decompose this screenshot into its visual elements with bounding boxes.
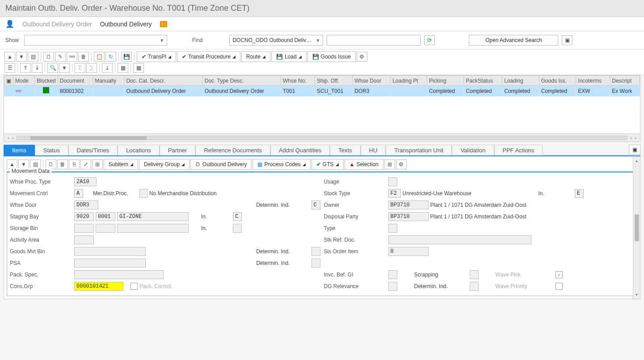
open-advanced-search-button[interactable]: Open Advanced Search [469,35,558,46]
mer-distr-proc-field[interactable] [139,189,147,198]
expand-icon[interactable]: ⤢ [80,159,91,169]
copy-icon[interactable]: 📋 [94,52,105,62]
col-blocked[interactable]: Blocked [35,76,58,86]
grid-hscroll[interactable]: ‹ › ‹ › [4,134,640,142]
filter-icon[interactable]: ▼ [59,63,70,73]
process-codes-button[interactable]: ▦Process Codes◢ [253,159,310,170]
link-outbound-delivery-order[interactable]: Outbound Delivery Order [22,21,92,28]
pack-spec-field[interactable] [74,270,164,279]
col-loading[interactable]: Loading [502,76,539,86]
scroll-down-icon[interactable]: ▾ [636,292,638,297]
storage-bin-2-field[interactable] [96,224,115,233]
storage-bin-1-field[interactable] [74,224,94,233]
tab-transportation-unit[interactable]: Transportation Unit [386,145,452,155]
hierarchy-icon[interactable]: ⊞ [92,159,103,169]
scrapping-field[interactable] [470,270,479,279]
link-outbound-delivery[interactable]: Outbound Delivery [100,21,152,28]
tab-locations[interactable]: Locations [118,145,160,155]
extra2-icon[interactable]: ⚙ [396,159,407,169]
stk-ref-doc-field[interactable] [388,235,531,244]
col-ship-off[interactable]: Ship. Off. [315,76,353,86]
determin-ind-field[interactable]: C [311,201,320,209]
stock-type-in-field[interactable]: E [575,189,584,198]
col-manually[interactable]: Manually [93,76,124,86]
tab-hu[interactable]: HU [361,145,386,155]
find-select[interactable]: DOCNO_ODO Outbound Deliv… ▼ [229,35,323,46]
tab-validation[interactable]: Validation [452,145,494,155]
tab-partner[interactable]: Partner [160,145,196,155]
new-icon[interactable]: 🗋 [43,52,54,62]
folder-icon[interactable] [160,21,167,27]
layout-icon[interactable]: ▦ [118,63,128,73]
movement-cntrl-field[interactable]: A [74,189,83,198]
goods-mvt-bin-field[interactable] [74,247,146,256]
staging-bay-2-field[interactable]: 0001 [96,212,115,221]
scroll-track[interactable] [17,136,627,140]
col-doc-cat[interactable]: Doc. Cat. Descr. [124,76,202,86]
col-doc-type[interactable]: Doc. Type Desc. [202,76,281,86]
sort-desc-icon[interactable]: ⇓ [32,63,42,73]
activity-area-field[interactable] [74,235,94,244]
col-whse-no[interactable]: Whse No. [281,76,315,86]
col-incoterms[interactable]: Incoterms [576,76,610,86]
up-icon[interactable]: ▲ [4,52,15,62]
col-mode[interactable]: Mode [13,76,35,86]
invc-bef-gi-field[interactable] [388,270,397,279]
tab-reference-documents[interactable]: Reference Documents [195,145,270,155]
psa-field[interactable] [74,259,146,268]
find-icon[interactable]: 🔍 [47,63,58,73]
scroll-left-icon[interactable]: ‹ [8,135,9,141]
display-icon[interactable]: 👓 [67,52,77,62]
tabs-overflow-icon[interactable]: ▣ [629,145,640,155]
detail-vscroll[interactable]: ▴ ▾ [633,156,640,299]
stock-type-field[interactable]: F2 [388,189,401,198]
grid-row[interactable]: 👓 80001302 Outbound Delivery Order Outbo… [4,86,640,96]
determin-ind-field-r[interactable] [470,282,479,291]
refresh-icon[interactable]: ↻ [105,52,116,62]
selection-button[interactable]: ▲Selection [345,159,383,170]
whse-door-field[interactable]: DOR3 [74,201,98,209]
storage-bin-in-field[interactable] [233,224,242,233]
psa-det-field[interactable] [311,259,320,268]
edit-icon[interactable]: ✎ [55,52,66,62]
copy-icon[interactable]: ⎘ [69,159,80,169]
subitem-button[interactable]: Subitem◢ [104,159,138,170]
scroll-right-icon[interactable]: › [12,135,14,141]
col-whse-door[interactable]: Whse Door [353,76,391,86]
delivery-group-button[interactable]: Delivery Group◢ [139,159,189,170]
route-button[interactable]: Route◢ [241,51,270,62]
storage-bin-3-field[interactable] [117,224,189,233]
col-descript[interactable]: Descript [610,76,640,86]
col-loading-pt[interactable]: Loading Pt [391,76,427,86]
tab-items[interactable]: Items [4,145,35,155]
down-icon[interactable]: ▼ [16,52,27,62]
usage-field[interactable] [388,177,397,186]
show-select[interactable]: ▼ [24,35,167,46]
scroll-thumb[interactable] [30,136,147,140]
owner-field[interactable]: BP3710 [388,201,429,209]
tab-dates-times[interactable]: Dates/Times [68,145,118,155]
delete-icon[interactable]: 🗑 [57,159,68,169]
tab-texts[interactable]: Texts [330,145,360,155]
save-icon[interactable]: 💾 [121,52,132,62]
col-goods-iss[interactable]: Goods Iss. [539,76,576,86]
sel-all-icon[interactable]: ☰ [4,63,15,73]
load-button[interactable]: 💾Load◢ [271,51,307,62]
details-icon[interactable]: ▤ [28,52,38,62]
more-icon[interactable]: ▦ [133,63,144,73]
tab-addnl-quantities[interactable]: Addnl Quantities [270,145,330,155]
row-selector[interactable] [4,86,13,96]
variant-icon[interactable]: ▣ [562,35,572,45]
export-icon[interactable]: ⤓ [102,63,113,73]
staging-bay-1-field[interactable]: 9020 [74,212,94,221]
delete-icon[interactable]: 🗑 [78,52,89,62]
col-document[interactable]: Document [58,76,93,86]
disposal-party-field[interactable]: BP3710 [388,212,429,221]
transpl-button[interactable]: ✔TransPl◢ [137,51,176,62]
type-field[interactable] [388,224,397,233]
tab-ppf-actions[interactable]: PPF Actions [494,145,543,155]
outbound-delivery-button[interactable]: 🗋Outbound Delivery [190,159,252,170]
dg-relevance-field[interactable] [388,282,397,291]
scroll-left-end-icon[interactable]: ‹ [630,135,632,141]
scroll-up-icon[interactable]: ▴ [636,158,638,163]
